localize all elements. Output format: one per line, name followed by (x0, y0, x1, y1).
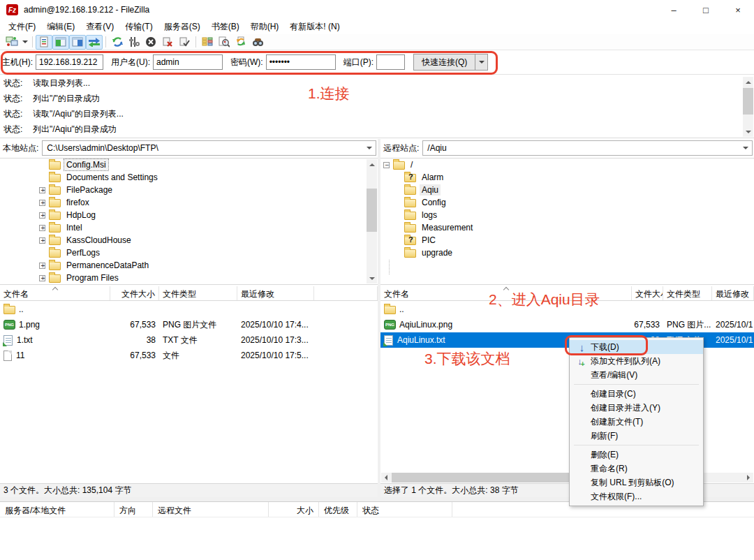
file-row[interactable]: 1.png 67,533PNG 图片文件2025/10/10 17:4... (0, 317, 378, 332)
chevron-down-icon[interactable] (743, 147, 748, 149)
context-menu-item-rename[interactable]: 重命名(R) (570, 462, 703, 476)
scrollbar-thumb[interactable] (367, 189, 377, 232)
local-tree-item[interactable]: Documents and Settings (0, 171, 378, 184)
log-scrollbar[interactable] (743, 77, 753, 137)
menu-help[interactable]: 帮助(H) (245, 20, 285, 34)
local-tree-item[interactable]: PerfLogs (0, 246, 378, 259)
tree-label[interactable]: Config (420, 197, 448, 208)
context-menu-item-delete[interactable]: 删除(E) (570, 448, 703, 462)
remote-site-combo[interactable]: /Aqiu (422, 140, 753, 156)
local-tree-item[interactable]: FilePackage (0, 184, 378, 196)
remote-tree-item[interactable]: / (380, 159, 754, 171)
menu-view[interactable]: 查看(V) (80, 20, 119, 34)
file-row[interactable]: AqiuLinux.png 67,533PNG 图片...2025/10/1 (380, 317, 754, 332)
context-menu-item-create-directory-enter[interactable]: 创建目录并进入(Y) (570, 401, 703, 415)
refresh-button[interactable] (109, 35, 126, 50)
toggle-transfer-queue-button[interactable] (86, 35, 103, 50)
collapse-icon[interactable] (383, 162, 390, 168)
chevron-down-icon[interactable] (367, 147, 372, 149)
tree-label[interactable]: logs (420, 209, 439, 221)
scroll-down-icon[interactable] (743, 126, 753, 137)
local-tree-item[interactable]: Program Files (0, 272, 378, 284)
toggle-message-log-button[interactable] (36, 35, 52, 50)
synchronized-browsing-button[interactable] (232, 35, 249, 50)
local-tree-scrollbar[interactable] (367, 159, 377, 283)
expand-icon[interactable] (39, 200, 45, 206)
scrollbar-thumb[interactable] (392, 473, 594, 482)
file-row[interactable]: 1.txt 38TXT 文件2025/10/10 17:3... (0, 332, 378, 348)
reconnect-button[interactable] (176, 35, 193, 50)
column-header-filesize[interactable]: 文件大小 (632, 286, 663, 300)
scroll-right-icon[interactable] (744, 473, 753, 482)
scroll-down-icon[interactable] (367, 273, 377, 283)
tree-label[interactable]: Config.Msi (64, 159, 108, 170)
expand-icon[interactable] (39, 263, 45, 269)
local-tree-item[interactable]: PermanenceDataPath (0, 259, 378, 272)
tree-label[interactable]: FilePackage (64, 184, 114, 196)
column-header-filesize[interactable]: 文件大小 (110, 286, 159, 300)
tree-label[interactable]: Intel (64, 222, 84, 233)
local-tree-item[interactable]: Intel (0, 221, 378, 234)
tree-label[interactable]: Alarm (420, 172, 445, 183)
close-button[interactable]: × (722, 0, 754, 20)
menu-edit[interactable]: 编辑(E) (41, 20, 80, 34)
remote-tree-item[interactable]: Config (380, 196, 754, 209)
context-menu-item-copy-url[interactable]: 复制 URL 到剪贴板(O) (570, 476, 703, 489)
expand-icon[interactable] (39, 225, 45, 231)
file-row[interactable]: 11 67,533文件2025/10/10 17:5... (0, 348, 378, 363)
local-tree-item[interactable]: KassCloudHouse (0, 234, 378, 246)
menu-transfer[interactable]: 传输(T) (119, 20, 158, 34)
remote-tree-item[interactable]: upgrade (380, 246, 754, 259)
scroll-up-icon[interactable] (743, 77, 753, 87)
site-manager-button[interactable] (3, 35, 20, 50)
local-tree-item[interactable]: HdpLog (0, 209, 378, 221)
tree-label[interactable]: / (408, 159, 415, 170)
expand-icon[interactable] (39, 187, 45, 193)
queue-column-server-local-file[interactable]: 服务器/本地文件 (0, 502, 114, 517)
site-manager-dropdown[interactable] (20, 35, 29, 50)
menu-file[interactable]: 文件(F) (3, 20, 41, 34)
remote-tree-item[interactable]: logs (380, 209, 754, 221)
column-header-filename[interactable]: 文件名 (0, 286, 110, 300)
local-site-combo[interactable]: C:\Users\admin\Desktop\FTP\ (42, 140, 376, 156)
column-header-filetype[interactable]: 文件类型 (663, 286, 712, 300)
toggle-remote-tree-button[interactable] (69, 35, 86, 50)
queue-column-size[interactable]: 大小 (269, 502, 319, 517)
queue-column-direction[interactable]: 方向 (114, 502, 153, 517)
context-menu-item-add-to-queue[interactable]: 添加文件到队列(A) (570, 354, 703, 368)
expand-icon[interactable] (39, 237, 45, 244)
menu-new-version[interactable]: 有新版本! (N) (284, 20, 345, 34)
remote-tree-item[interactable]: PIC (380, 234, 754, 246)
maximize-button[interactable]: □ (690, 0, 722, 20)
context-menu-item-view-edit[interactable]: 查看/编辑(V) (570, 368, 703, 382)
toggle-local-tree-button[interactable] (52, 35, 69, 50)
context-menu-item-refresh[interactable]: 刷新(F) (570, 429, 703, 443)
remote-tree-item[interactable]: Alarm (380, 171, 754, 184)
filename-filter-button[interactable] (216, 35, 232, 50)
local-tree-item[interactable]: firefox (0, 196, 378, 209)
tree-label[interactable]: upgrade (420, 247, 454, 258)
queue-column-priority[interactable]: 优先级 (319, 502, 357, 517)
menu-bookmarks[interactable]: 书签(B) (206, 20, 245, 34)
cancel-button[interactable] (142, 35, 159, 50)
tree-label[interactable]: firefox (64, 197, 91, 208)
directory-comparison-button[interactable] (199, 35, 216, 50)
process-queue-button[interactable] (126, 35, 142, 50)
column-header-modified[interactable]: 最近修改 (237, 286, 314, 300)
tree-label[interactable]: HdpLog (64, 209, 98, 221)
column-header-modified[interactable]: 最近修改 (712, 286, 754, 300)
local-tree-item[interactable]: Config.Msi (0, 159, 378, 171)
disconnect-button[interactable] (159, 35, 176, 50)
column-header-filetype[interactable]: 文件类型 (159, 286, 237, 300)
tree-label[interactable]: PIC (420, 235, 438, 246)
expand-icon[interactable] (39, 212, 45, 219)
scrollbar-thumb[interactable] (743, 88, 753, 115)
scroll-up-icon[interactable] (367, 159, 377, 170)
context-menu-item-create-file[interactable]: 创建新文件(T) (570, 415, 703, 429)
tree-label[interactable]: Measurement (420, 222, 475, 233)
minimize-button[interactable]: – (658, 0, 690, 20)
remote-tree-item[interactable]: Aqiu (380, 184, 754, 196)
expand-icon[interactable] (39, 275, 45, 281)
tree-label[interactable]: PerfLogs (64, 247, 102, 258)
tree-label[interactable]: KassCloudHouse (64, 235, 133, 246)
